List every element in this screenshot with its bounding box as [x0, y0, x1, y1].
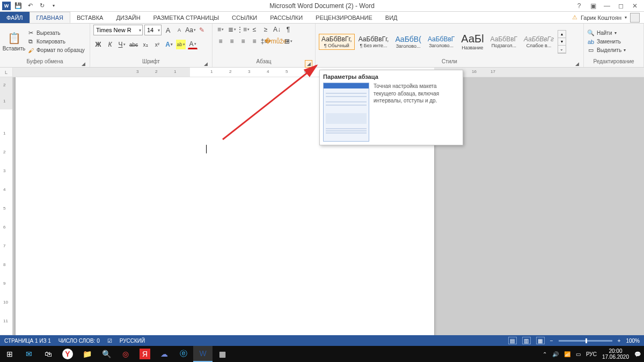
shading-button[interactable]: �může	[272, 36, 282, 46]
highlight-button[interactable]: ab	[176, 40, 186, 49]
tray-expand-icon[interactable]: ⌃	[543, 351, 547, 357]
help-icon[interactable]: ?	[574, 1, 584, 11]
paragraph-launcher-icon[interactable]: ◢	[305, 61, 312, 67]
tray-clock[interactable]: 20:00 17.06.2020	[602, 348, 629, 360]
align-left-button[interactable]: ≡	[216, 36, 225, 46]
styles-scroll[interactable]: ▴▾⌄	[558, 30, 566, 54]
status-page[interactable]: СТРАНИЦА 1 ИЗ 1	[4, 338, 51, 344]
select-button[interactable]: ▭Выделить▾	[587, 47, 640, 54]
font-color-button[interactable]: A	[188, 40, 197, 49]
format-painter-button[interactable]: 🖌Формат по образцу	[27, 47, 85, 54]
tb-calc-icon[interactable]: ▦	[213, 346, 232, 362]
tab-mailings[interactable]: РАССЫЛКИ	[264, 12, 309, 23]
start-button[interactable]: ⊞	[0, 346, 19, 362]
decrease-indent-button[interactable]: ≤	[250, 25, 259, 34]
styles-down-icon[interactable]: ▾	[558, 38, 566, 46]
show-marks-button[interactable]: ¶	[283, 25, 293, 34]
styles-up-icon[interactable]: ▴	[558, 31, 566, 38]
tab-references[interactable]: ССЫЛКИ	[225, 12, 264, 23]
bold-button[interactable]: Ж	[93, 40, 103, 49]
tb-ie-icon[interactable]: ⓔ	[174, 346, 193, 362]
zoom-slider[interactable]	[559, 340, 612, 342]
clear-format-button[interactable]: ✎	[197, 25, 207, 35]
styles-more-icon[interactable]: ⌄	[558, 46, 566, 53]
style-normal[interactable]: АаБбВвГг,¶ Обычный	[319, 34, 355, 50]
tb-app1-icon[interactable]: ◎	[116, 346, 135, 362]
multilevel-button[interactable]: ⋮≡	[238, 25, 248, 34]
tb-yandex-icon[interactable]: Y	[62, 349, 73, 359]
close-icon[interactable]: ✕	[630, 1, 640, 11]
tab-file[interactable]: ФАЙЛ	[0, 12, 30, 23]
underline-button[interactable]: Ч	[117, 40, 127, 49]
tb-explorer-icon[interactable]: 📁	[77, 346, 97, 362]
tab-review[interactable]: РЕЦЕНЗИРОВАНИЕ	[309, 12, 379, 23]
tb-mail-icon[interactable]: ✉	[19, 346, 39, 362]
undo-icon[interactable]: ↶	[26, 2, 34, 10]
tab-design[interactable]: ДИЗАЙН	[109, 12, 147, 23]
tray-volume-icon[interactable]: 🔊	[552, 351, 559, 357]
zoom-in-icon[interactable]: +	[618, 338, 621, 344]
grow-font-button[interactable]: A	[163, 25, 173, 35]
styles-launcher-icon[interactable]: ◢	[574, 61, 580, 67]
style-nospacing[interactable]: АаБбВвГг,¶ Без инте...	[356, 34, 392, 50]
justify-button[interactable]: ≡	[250, 36, 259, 46]
status-words[interactable]: ЧИСЛО СЛОВ: 0	[58, 338, 100, 344]
find-button[interactable]: 🔍Найти▾	[587, 29, 640, 37]
subscript-button[interactable]: x₂	[141, 40, 150, 49]
replace-button[interactable]: abЗаменить	[587, 38, 640, 46]
text-effects-button[interactable]: A	[164, 40, 174, 49]
borders-button[interactable]: ⊞	[283, 36, 293, 46]
tray-lang[interactable]: РУС	[586, 351, 597, 357]
style-title[interactable]: АаБlНазвание	[458, 31, 486, 52]
view-web-icon[interactable]: ▦	[536, 337, 545, 344]
font-launcher-icon[interactable]: ◢	[202, 61, 209, 67]
tb-app2-icon[interactable]: Я	[140, 349, 150, 359]
change-case-button[interactable]: Aa	[186, 25, 195, 35]
tray-battery-icon[interactable]: ▭	[576, 351, 581, 357]
ruler-vertical[interactable]: 2 1 1 2 3 4 5 6 7 8 9 10 11	[0, 77, 13, 342]
superscript-button[interactable]: x²	[152, 40, 162, 49]
status-language[interactable]: РУССКИЙ	[120, 338, 145, 344]
copy-button[interactable]: ⧉Копировать	[27, 38, 85, 46]
style-heading1[interactable]: АаБбВ(Заголово...	[392, 33, 424, 50]
account-area[interactable]: ⚠ Гарик Коштоян ▾	[572, 12, 644, 23]
tab-insert[interactable]: ВСТАВКА	[70, 12, 109, 23]
style-subtitle[interactable]: АаБбВвГПодзагол...	[488, 34, 520, 50]
styles-gallery[interactable]: АаБбВвГг,¶ Обычный АаБбВвГг,¶ Без инте..…	[319, 25, 580, 58]
shrink-font-button[interactable]: A	[174, 25, 184, 35]
proofing-icon[interactable]: ☑	[107, 338, 112, 344]
tb-word-icon[interactable]: W	[193, 346, 213, 362]
qat-dropdown-icon[interactable]: ▾	[49, 2, 58, 10]
tray-notifications-icon[interactable]: 💬	[634, 351, 641, 357]
tb-store-icon[interactable]: 🛍	[39, 346, 58, 362]
tab-layout[interactable]: РАЗМЕТКА СТРАНИЦЫ	[147, 12, 225, 23]
tray-wifi-icon[interactable]: 📶	[564, 351, 570, 357]
font-name-combo[interactable]: Times New R	[93, 25, 143, 35]
strike-button[interactable]: abє	[129, 40, 138, 49]
style-subtle[interactable]: АаБбВвГгСлабое в...	[521, 34, 557, 50]
font-size-combo[interactable]: 14	[144, 25, 162, 35]
zoom-level[interactable]: 100%	[626, 338, 640, 344]
avatar[interactable]	[630, 13, 640, 23]
zoom-out-icon[interactable]: −	[550, 338, 553, 344]
paste-button[interactable]: 📋 Вставить	[3, 25, 25, 58]
cut-button[interactable]: ✂Вырезать	[27, 29, 85, 37]
bullets-button[interactable]: ≡	[216, 25, 225, 34]
clipboard-launcher-icon[interactable]: ◢	[80, 61, 86, 67]
style-heading2[interactable]: АаБбВвГЗаголово...	[425, 34, 457, 50]
view-print-icon[interactable]: ▥	[522, 337, 531, 344]
redo-icon[interactable]: ↻	[38, 2, 46, 10]
ribbon-display-icon[interactable]: ▣	[588, 1, 598, 11]
save-icon[interactable]: 💾	[14, 2, 23, 10]
tab-view[interactable]: ВИД	[379, 12, 404, 23]
align-center-button[interactable]: ≡	[227, 36, 237, 46]
increase-indent-button[interactable]: ≥	[261, 25, 270, 34]
minimize-icon[interactable]: —	[602, 1, 612, 11]
numbering-button[interactable]: ≣	[227, 25, 237, 34]
tab-home[interactable]: ГЛАВНАЯ	[30, 12, 70, 23]
view-read-icon[interactable]: ▤	[508, 337, 517, 344]
maximize-icon[interactable]: ◻	[616, 1, 626, 11]
sort-button[interactable]: A↓	[272, 25, 282, 34]
align-right-button[interactable]: ≡	[238, 36, 248, 46]
tb-discord-icon[interactable]: ☁	[155, 346, 174, 362]
